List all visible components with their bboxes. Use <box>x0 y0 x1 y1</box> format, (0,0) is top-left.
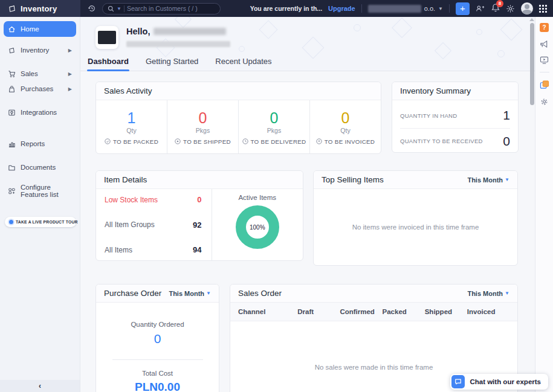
chevron-right-icon: ▶ <box>68 71 72 77</box>
page-settings-button[interactable] <box>540 97 549 106</box>
apps-panel-button[interactable] <box>540 80 549 89</box>
sidebar-item-reports[interactable]: Reports <box>4 137 76 151</box>
metric-unit: Qty <box>340 127 350 134</box>
inventory-summary-card: Inventory Summary QUANTITY IN HAND 1 QUA… <box>392 82 519 153</box>
quantity-to-be-received-row: QUANTITY TO BE RECEIVED 0 <box>400 128 510 153</box>
pattern-shape <box>259 20 277 39</box>
spacer <box>0 175 80 183</box>
card-header: Sales Order This Month ▼ <box>230 284 517 303</box>
bag-icon <box>8 85 16 93</box>
tab-recent-updates[interactable]: Recent Updates <box>215 53 272 71</box>
inventory-box-icon <box>8 47 16 54</box>
metric-unit: Pkgs <box>267 127 281 134</box>
pattern-shape <box>239 46 245 52</box>
help-button[interactable]: ? <box>540 23 549 32</box>
sales-order-range-dropdown[interactable]: This Month ▼ <box>467 290 509 297</box>
metric-value: 0 <box>270 110 279 126</box>
empty-state-message: No items were invoiced in this time fram… <box>314 189 517 265</box>
top-selling-range-dropdown[interactable]: This Month ▼ <box>467 176 509 184</box>
pattern-shape <box>476 29 482 35</box>
sidebar-item-integrations[interactable]: Integrations <box>4 105 76 120</box>
search-icon <box>108 5 114 12</box>
scrollbar-thumb[interactable] <box>530 23 534 105</box>
topbar-right-cluster: You are currently in th... Upgrade o.o. … <box>250 2 553 15</box>
notifications-button[interactable]: 8 <box>491 3 500 14</box>
card-header: Item Details <box>96 171 303 189</box>
global-search[interactable]: ▼ <box>102 3 221 14</box>
user-avatar[interactable] <box>521 2 533 14</box>
tab-getting-started[interactable]: Getting Started <box>145 53 199 71</box>
trial-status-text: You are currently in th... <box>250 5 322 12</box>
all-item-groups-row[interactable]: All Item Groups 92 <box>105 220 202 230</box>
divider <box>449 4 450 13</box>
to-be-packed-link[interactable]: TO BE PACKED <box>105 138 158 145</box>
vertical-scrollbar[interactable] <box>529 18 534 390</box>
settings-button[interactable] <box>506 4 515 13</box>
total-cost-label: Total Cost <box>142 370 173 377</box>
search-input[interactable] <box>127 5 205 12</box>
to-be-invoiced-link[interactable]: TO BE INVOICED <box>316 138 375 145</box>
org-suffix-text: o.o. <box>424 5 435 12</box>
divider <box>361 4 362 13</box>
all-items-row[interactable]: All Items 94 <box>105 245 202 254</box>
announcements-button[interactable] <box>540 40 549 48</box>
purchase-order-range-dropdown[interactable]: This Month ▼ <box>169 290 211 297</box>
recent-history-button[interactable] <box>88 4 96 13</box>
product-tour-button[interactable]: TAKE A LIVE PRODUCT TOUR <box>5 217 76 227</box>
card-header: Purchase Order This Month ▼ <box>96 284 219 303</box>
card-title: Purchase Order <box>104 289 161 298</box>
dashboard-body: Sales Activity 1 Qty TO BE PACKED 0 Pkgs <box>80 71 535 392</box>
apps-menu-button[interactable] <box>539 5 547 13</box>
quick-create-button[interactable]: + <box>456 2 470 15</box>
megaphone-icon <box>540 40 549 48</box>
column-header: Confirmed <box>340 308 382 315</box>
sidebar-item-inventory[interactable]: Inventory ▶ <box>4 43 76 57</box>
sidebar-nav: Home Inventory ▶ Sales ▶ Purchases ▶ Int… <box>0 17 80 198</box>
chat-with-experts-button[interactable]: Chat with our experts <box>450 374 548 390</box>
sidebar-item-label: Purchases <box>21 85 53 92</box>
card-header: Inventory Summary <box>392 82 518 100</box>
greeting-text: Hello, <box>126 27 150 36</box>
quantity-ordered-label: Quantity Ordered <box>131 321 184 328</box>
metric-value: 0 <box>341 110 350 126</box>
app-logo[interactable]: Inventory <box>0 0 80 17</box>
video-tutorials-button[interactable] <box>540 56 549 64</box>
range-label: This Month <box>467 290 503 297</box>
to-be-shipped-link[interactable]: TO BE SHIPPED <box>175 138 231 145</box>
quantity-ordered-value: 0 <box>154 332 161 346</box>
search-scope-chevron-icon[interactable]: ▼ <box>117 6 121 11</box>
chevron-right-icon: ▶ <box>68 48 72 53</box>
org-logo <box>95 26 118 49</box>
product-tour-label: TAKE A LIVE PRODUCT TOUR <box>16 220 78 224</box>
referral-button[interactable] <box>476 4 485 13</box>
sidebar-item-documents[interactable]: Documents <box>4 160 76 175</box>
chevron-down-icon: ▼ <box>505 291 509 296</box>
to-be-delivered-link[interactable]: TO BE DELIVERED <box>242 138 306 145</box>
gear-icon <box>506 4 515 13</box>
spacer <box>0 37 80 42</box>
topbar: Inventory ▼ You are currently in th... U… <box>0 0 553 17</box>
sidebar-collapse-button[interactable]: ‹ <box>0 380 80 392</box>
sidebar-item-purchases[interactable]: Purchases ▶ <box>4 82 76 96</box>
sidebar-item-home[interactable]: Home <box>4 21 76 37</box>
users-icon <box>476 4 485 13</box>
scroll-up-arrow-icon[interactable] <box>529 18 534 21</box>
org-switcher[interactable]: o.o. ▼ <box>368 5 443 13</box>
sales-activity-to-be-delivered: 0 Pkgs TO BE DELIVERED <box>239 100 310 154</box>
card-title: Top Selling Items <box>322 175 384 184</box>
sidebar-item-label: Inventory <box>21 47 49 54</box>
sidebar-item-configure-features[interactable]: Configure Features list <box>4 184 76 198</box>
card-title: Sales Activity <box>104 86 152 95</box>
range-label: This Month <box>467 176 503 184</box>
upgrade-link[interactable]: Upgrade <box>328 5 355 12</box>
chevron-down-icon: ▼ <box>206 291 211 296</box>
row-label: Low Stock Items <box>105 196 158 204</box>
inventory-box-icon <box>7 4 16 13</box>
sidebar-item-sales[interactable]: Sales ▶ <box>4 66 76 81</box>
low-stock-items-row[interactable]: Low Stock Items 0 <box>105 195 202 204</box>
active-items-donut-chart: 100% <box>236 205 279 249</box>
collapse-chevron-icon: ‹ <box>39 382 41 390</box>
spacer <box>0 97 80 104</box>
row-label: QUANTITY IN HAND <box>400 112 457 119</box>
tab-dashboard[interactable]: Dashboard <box>87 53 129 71</box>
